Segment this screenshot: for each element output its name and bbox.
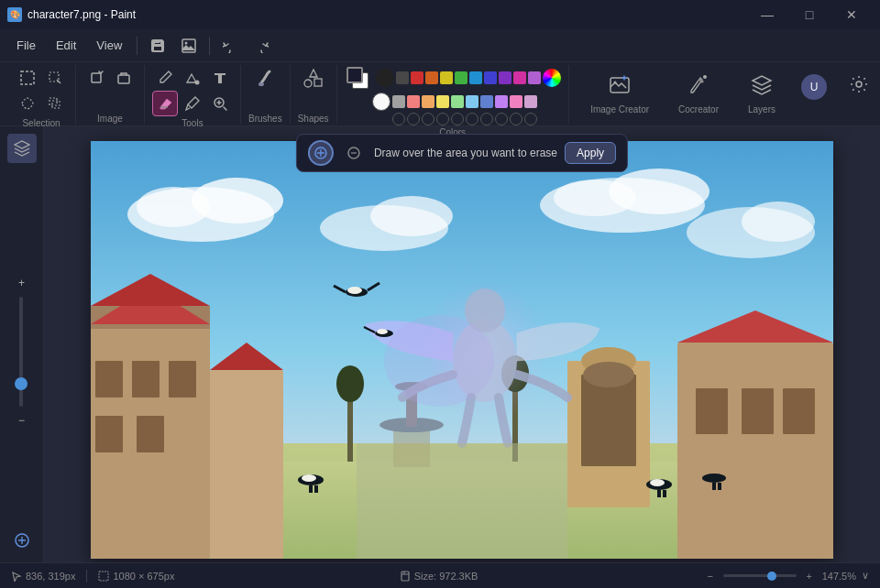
image-icon-btn[interactable]: [176, 33, 202, 59]
colors-grid: [345, 65, 561, 125]
light-pink-swatch[interactable]: [510, 95, 522, 108]
transparent-swatch-8[interactable]: [495, 113, 508, 125]
colors-row-2: [345, 93, 561, 111]
eyedropper-btn[interactable]: [180, 91, 205, 116]
pink-swatch[interactable]: [513, 71, 526, 84]
svg-rect-36: [169, 361, 196, 397]
menu-view[interactable]: View: [87, 35, 131, 56]
red-swatch[interactable]: [411, 71, 424, 84]
svg-rect-75: [357, 443, 567, 559]
mid-gray-swatch[interactable]: [392, 95, 405, 108]
transparent-swatch-9[interactable]: [510, 113, 522, 125]
select-all-dropdown[interactable]: [42, 91, 68, 116]
select-dropdown-btn[interactable]: [42, 65, 68, 91]
dark-gray-swatch[interactable]: [396, 71, 409, 84]
file-icon: [400, 571, 411, 582]
canvas-container[interactable]: Draw over the area you want to erase App…: [44, 126, 880, 562]
blue-swatch[interactable]: [484, 71, 497, 84]
sidebar-layers-btn[interactable]: [7, 134, 37, 163]
black-swatch[interactable]: [376, 69, 394, 87]
brushes-label: Brushes: [248, 114, 282, 124]
shapes-btn[interactable]: [301, 65, 326, 91]
light-green-swatch[interactable]: [451, 95, 464, 108]
transparent-swatch-2[interactable]: [407, 113, 420, 125]
settings-btn[interactable]: [845, 71, 873, 118]
image-tools-row: [83, 65, 137, 91]
cocreator-btn[interactable]: Cocreator: [671, 71, 726, 118]
redo-button[interactable]: [248, 33, 274, 59]
user-avatar[interactable]: U: [801, 74, 827, 100]
close-button[interactable]: ✕: [830, 0, 873, 29]
medium-blue-swatch[interactable]: [480, 95, 493, 108]
eraser-btn[interactable]: [152, 91, 178, 116]
titlebar-title: character7.png - Paint: [28, 8, 136, 21]
svg-point-7: [195, 80, 200, 84]
foreground-color-swatch[interactable]: [346, 67, 363, 83]
tools-row1: [152, 65, 233, 91]
svg-rect-68: [657, 490, 661, 497]
yellow-swatch[interactable]: [440, 71, 453, 84]
svg-rect-38: [137, 416, 164, 452]
zoom-mini-slider[interactable]: [723, 574, 797, 577]
orange-swatch[interactable]: [425, 71, 438, 84]
save-icon-btn[interactable]: [145, 33, 170, 59]
transparent-swatch-3[interactable]: [422, 113, 434, 125]
green-swatch[interactable]: [455, 71, 468, 84]
peach-swatch[interactable]: [422, 95, 434, 108]
light-purple-swatch[interactable]: [528, 71, 541, 84]
rectangular-select-btn[interactable]: [15, 65, 40, 91]
sidebar-eraser-btn[interactable]: [7, 526, 37, 555]
tools-group: Tools: [145, 65, 241, 124]
shapes-row: [301, 65, 326, 91]
text-btn[interactable]: [207, 65, 233, 91]
zoom-dropdown-btn[interactable]: ∨: [862, 570, 869, 582]
status-right: − + 147.5% ∨: [703, 570, 869, 582]
canvas-wrapper[interactable]: [91, 141, 833, 559]
zoom-slider[interactable]: [19, 297, 23, 407]
erase-mode-draw-btn[interactable]: [308, 140, 334, 166]
rotate-btn[interactable]: [83, 65, 109, 91]
status-div-1: [86, 570, 87, 583]
shapes-label: Shapes: [298, 114, 329, 124]
menu-edit[interactable]: Edit: [47, 35, 85, 56]
menu-file[interactable]: File: [7, 35, 45, 56]
selection-group: Selection: [7, 65, 76, 124]
zoom-out-btn[interactable]: −: [703, 571, 718, 582]
erase-mode-circle-btn[interactable]: [341, 140, 367, 166]
transparent-swatch-4[interactable]: [436, 113, 449, 125]
menu-separator-2: [209, 37, 210, 55]
zoom-in-btn[interactable]: +: [802, 571, 817, 582]
menubar: File Edit View: [0, 29, 880, 62]
transparent-swatch-10[interactable]: [524, 113, 537, 125]
file-size-text: Size: 972.3KB: [414, 571, 478, 582]
zoom-tool-btn[interactable]: [207, 91, 233, 116]
maximize-button[interactable]: □: [788, 0, 830, 29]
brushes-group: Brushes: [241, 65, 291, 124]
lavender-swatch[interactable]: [495, 95, 508, 108]
free-select-btn[interactable]: [15, 91, 40, 116]
light-red-swatch[interactable]: [407, 95, 420, 108]
transparent-swatch-5[interactable]: [451, 113, 464, 125]
image-creator-btn[interactable]: Image Creator: [583, 71, 656, 118]
sky-blue-swatch[interactable]: [466, 95, 478, 108]
canvas-image[interactable]: [91, 141, 833, 559]
undo-button[interactable]: [217, 33, 243, 59]
fill-btn[interactable]: [180, 65, 205, 91]
cyan-swatch[interactable]: [469, 71, 482, 84]
pencil-btn[interactable]: [152, 65, 178, 91]
transparent-swatch-1[interactable]: [392, 113, 405, 125]
minimize-button[interactable]: —: [746, 0, 788, 29]
apply-button[interactable]: Apply: [565, 142, 616, 164]
transparent-swatch-6[interactable]: [466, 113, 478, 125]
color-picker-btn[interactable]: [543, 69, 561, 87]
purple-swatch[interactable]: [499, 71, 512, 84]
white-swatch[interactable]: [372, 93, 390, 111]
brush-btn[interactable]: [252, 65, 278, 91]
mauve-swatch[interactable]: [524, 95, 537, 108]
light-yellow-swatch[interactable]: [436, 95, 449, 108]
svg-rect-45: [696, 388, 728, 434]
transparent-swatch-7[interactable]: [480, 113, 493, 125]
zoom-control-item: − + 147.5% ∨: [703, 570, 869, 582]
resize-btn[interactable]: [111, 65, 137, 91]
layers-btn[interactable]: Layers: [741, 71, 783, 118]
